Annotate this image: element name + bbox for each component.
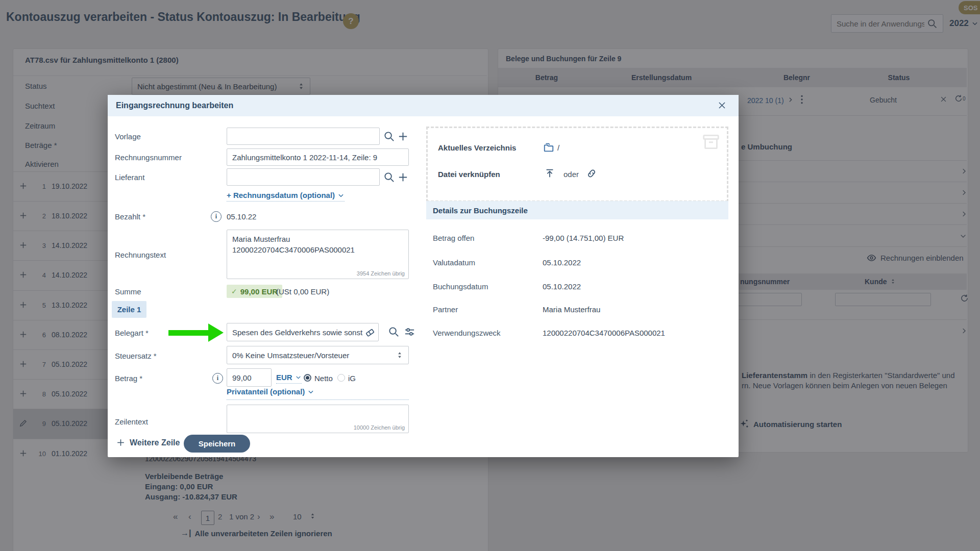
detail-label: Betrag offen xyxy=(433,234,474,242)
chevron-down-icon xyxy=(337,192,345,199)
zeile-tab[interactable]: Zeile 1 xyxy=(112,301,146,318)
check-icon: ✓ xyxy=(231,287,237,295)
directory-path: / xyxy=(557,143,559,152)
detail-label: Partner xyxy=(433,305,458,314)
attachment-dropzone[interactable]: Aktuelles Verzeichnis / Datei verknüpfen… xyxy=(426,127,728,202)
bezahlt-label: Bezahlt * xyxy=(115,212,145,221)
chars-remaining: 10000 Zeichen übrig xyxy=(354,424,405,431)
add-icon[interactable] xyxy=(397,171,409,183)
link-file-label: Datei verknüpfen xyxy=(438,170,500,179)
currency-label: EUR xyxy=(276,373,292,382)
chars-remaining: 3954 Zeichen übrig xyxy=(357,270,405,277)
detail-value: 05.10.2022 xyxy=(543,282,581,291)
eraser-icon[interactable] xyxy=(364,327,375,338)
ig-label: iG xyxy=(348,374,356,383)
detail-value: 05.10.2022 xyxy=(543,258,581,267)
add-icon[interactable] xyxy=(397,131,409,142)
ig-radio[interactable] xyxy=(337,374,345,382)
upload-icon[interactable] xyxy=(544,168,555,179)
edit-invoice-modal: Eingangsrechnung bearbeiten Vorlage Rech… xyxy=(108,95,739,457)
privatanteil-underline: Privatanteil (optional) xyxy=(227,383,409,400)
detail-value: -99,00 (14.751,00) EUR xyxy=(543,234,624,242)
privatanteil-link[interactable]: Privatanteil (optional) xyxy=(227,387,314,396)
chevron-down-icon xyxy=(307,388,314,395)
zeilentext-textarea[interactable]: 10000 Zeichen übrig xyxy=(227,405,409,433)
or-label: oder xyxy=(564,170,579,179)
betrag-label: Betrag * xyxy=(115,374,142,383)
details-header: Details zur Buchungszeile xyxy=(426,201,728,219)
search-icon[interactable] xyxy=(388,326,400,338)
close-icon[interactable] xyxy=(717,101,727,110)
rechnungsnummer-label: Rechnungsnummer xyxy=(115,153,182,162)
detail-value: 12000220704C3470006PAS000021 xyxy=(543,329,665,337)
rechnungstext-value: Maria Musterfrau 12000220704C3470006PAS0… xyxy=(227,230,408,259)
lieferant-input[interactable] xyxy=(227,168,380,186)
add-line-link[interactable]: Weitere Zeile xyxy=(116,438,180,447)
add-icon xyxy=(116,438,126,447)
archive-box-icon xyxy=(701,132,721,152)
add-invoice-date-link[interactable]: + Rechnungsdatum (optional) xyxy=(227,191,345,202)
info-icon[interactable]: i xyxy=(212,373,223,384)
steuersatz-select[interactable]: 0% Keine Umsatzsteuer/Vorsteuer xyxy=(227,346,409,364)
belegart-value: Spesen des Geldverkehrs sowie sonstige B xyxy=(232,328,363,337)
add-invoice-date-label: + Rechnungsdatum (optional) xyxy=(227,191,335,199)
privatanteil-label: Privatanteil (optional) xyxy=(227,387,305,396)
save-button[interactable]: Speichern xyxy=(184,435,250,453)
rechnungsnummer-input[interactable] xyxy=(227,148,409,166)
modal-header: Eingangsrechnung bearbeiten xyxy=(108,95,739,116)
sliders-icon[interactable] xyxy=(404,326,415,338)
search-icon[interactable] xyxy=(383,171,395,183)
rechnungstext-textarea[interactable]: Maria Musterfrau 12000220704C3470006PAS0… xyxy=(227,230,409,279)
add-line-label: Weitere Zeile xyxy=(130,438,180,447)
directory-label: Aktuelles Verzeichnis xyxy=(438,143,516,152)
info-icon[interactable]: i xyxy=(211,211,222,222)
chevron-down-icon xyxy=(295,374,302,381)
belegart-label: Belegart * xyxy=(115,329,149,337)
rechnungstext-label: Rechnungstext xyxy=(115,251,166,259)
bezahlt-value: 05.10.22 xyxy=(227,212,256,221)
netto-radio[interactable] xyxy=(304,374,311,382)
detail-label: Valutadatum xyxy=(433,258,475,267)
select-spinner-icon xyxy=(396,351,403,359)
summe-ust: (USt 0,00 EUR) xyxy=(276,287,329,296)
lieferant-label: Lieferant xyxy=(115,173,144,182)
currency-selector[interactable]: EUR xyxy=(276,373,302,384)
folder-icon[interactable] xyxy=(543,142,554,153)
details-title: Details zur Buchungszeile xyxy=(433,206,528,215)
summe-label: Summe xyxy=(115,287,141,296)
netto-label: Netto xyxy=(314,374,333,383)
detail-label: Buchungsdatum xyxy=(433,282,488,291)
steuersatz-label: Steuersatz * xyxy=(115,352,157,360)
summe-value: 99,00 EUR xyxy=(240,287,278,296)
vorlage-input[interactable] xyxy=(227,128,380,145)
link-icon[interactable] xyxy=(586,168,597,179)
belegart-input[interactable]: Spesen des Geldverkehrs sowie sonstige B xyxy=(227,323,379,341)
zeilentext-label: Zeilentext xyxy=(115,417,148,426)
search-icon[interactable] xyxy=(383,131,395,142)
modal-title: Eingangsrechnung bearbeiten xyxy=(116,101,233,110)
vorlage-label: Vorlage xyxy=(115,132,141,141)
summe-badge: ✓ 99,00 EUR xyxy=(227,285,282,298)
detail-value: Maria Musterfrau xyxy=(543,305,600,314)
detail-label: Verwendungszweck xyxy=(433,329,501,337)
steuersatz-value: 0% Keine Umsatzsteuer/Vorsteuer xyxy=(232,351,396,360)
